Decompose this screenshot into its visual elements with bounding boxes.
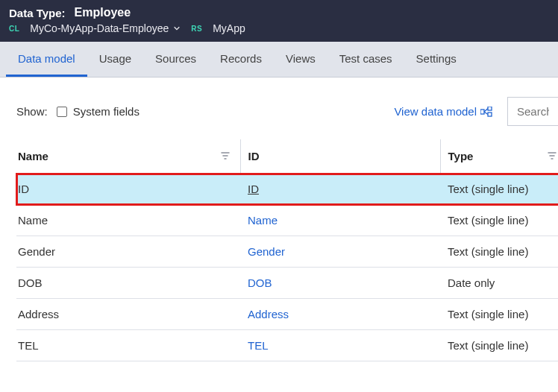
ruleset-name: MyApp: [213, 22, 245, 34]
tab-settings[interactable]: Settings: [404, 42, 468, 77]
rs-badge: RS: [191, 25, 202, 33]
cell-type: Text (single line): [440, 236, 558, 268]
diagram-icon: [480, 107, 492, 117]
fields-table: Name ID Type IDIDText (single line)NameN…: [16, 139, 558, 361]
cell-name: Gender: [16, 236, 240, 268]
svg-rect-1: [488, 107, 492, 110]
show-label: Show:: [16, 105, 48, 118]
class-name-text: MyCo-MyApp-Data-Employee: [30, 22, 169, 34]
tab-views[interactable]: Views: [274, 42, 327, 77]
chevron-down-icon: [173, 25, 181, 32]
toolbar: Show: System fields View data model: [16, 97, 558, 126]
cell-name: DOB: [16, 268, 240, 299]
field-id-link[interactable]: Name: [248, 214, 278, 227]
cell-id: TEL: [240, 330, 440, 361]
page-header: Data Type: Employee CL MyCo-MyApp-Data-E…: [0, 0, 558, 42]
tab-usage[interactable]: Usage: [87, 42, 143, 77]
data-type-label: Data Type:: [9, 7, 66, 19]
cl-badge: CL: [9, 25, 19, 33]
tab-bar: Data modelUsageSourcesRecordsViewsTest c…: [0, 42, 558, 78]
field-id-link[interactable]: Gender: [248, 245, 285, 258]
svg-line-3: [484, 108, 488, 112]
column-header-name[interactable]: Name: [16, 139, 240, 174]
table-row[interactable]: DOBDOBDate only: [16, 268, 558, 299]
filter-icon[interactable]: [548, 151, 557, 160]
field-id-link[interactable]: DOB: [248, 276, 272, 289]
svg-rect-2: [488, 113, 492, 116]
data-type-value: Employee: [75, 6, 131, 19]
cell-id: Address: [240, 299, 440, 330]
table-row[interactable]: TELTELText (single line): [16, 330, 558, 361]
cell-name: ID: [16, 174, 240, 205]
cell-type: Text (single line): [440, 299, 558, 330]
table-row[interactable]: NameNameText (single line): [16, 205, 558, 236]
cell-type: Text (single line): [440, 174, 558, 205]
filter-icon[interactable]: [221, 151, 230, 160]
tab-test-cases[interactable]: Test cases: [327, 42, 404, 77]
table-row[interactable]: AddressAddressText (single line): [16, 299, 558, 330]
tab-sources[interactable]: Sources: [143, 42, 208, 77]
system-fields-checkbox[interactable]: System fields: [57, 105, 140, 118]
cell-id: Name: [240, 205, 440, 236]
field-id-link[interactable]: Address: [248, 308, 289, 320]
column-header-name-label: Name: [18, 150, 48, 162]
table-row[interactable]: IDIDText (single line): [16, 174, 558, 205]
table-row[interactable]: GenderGenderText (single line): [16, 236, 558, 268]
svg-line-4: [484, 112, 488, 115]
cell-name: Name: [16, 205, 240, 236]
column-header-type[interactable]: Type: [440, 139, 558, 174]
cell-id: DOB: [240, 268, 440, 299]
column-header-id-label: ID: [248, 150, 260, 162]
search-input[interactable]: [507, 97, 558, 126]
view-data-model-link[interactable]: View data model: [394, 105, 492, 118]
cell-name: Address: [16, 299, 240, 330]
cell-type: Date only: [440, 268, 558, 299]
cell-type: Text (single line): [440, 205, 558, 236]
tab-data-model[interactable]: Data model: [6, 42, 87, 77]
cell-name: TEL: [16, 330, 240, 361]
svg-rect-0: [480, 110, 484, 114]
field-id-link[interactable]: ID: [248, 183, 259, 195]
tab-records[interactable]: Records: [208, 42, 274, 77]
system-fields-label: System fields: [73, 105, 140, 118]
class-name-dropdown[interactable]: MyCo-MyApp-Data-Employee: [30, 22, 181, 34]
checkbox-icon: [57, 107, 67, 117]
column-header-type-label: Type: [448, 150, 474, 162]
cell-type: Text (single line): [440, 330, 558, 361]
column-header-id[interactable]: ID: [240, 139, 440, 174]
field-id-link[interactable]: TEL: [248, 339, 269, 352]
content-area: Show: System fields View data model: [0, 78, 558, 361]
cell-id: ID: [240, 174, 440, 205]
view-data-model-label: View data model: [394, 105, 477, 118]
cell-id: Gender: [240, 236, 440, 268]
